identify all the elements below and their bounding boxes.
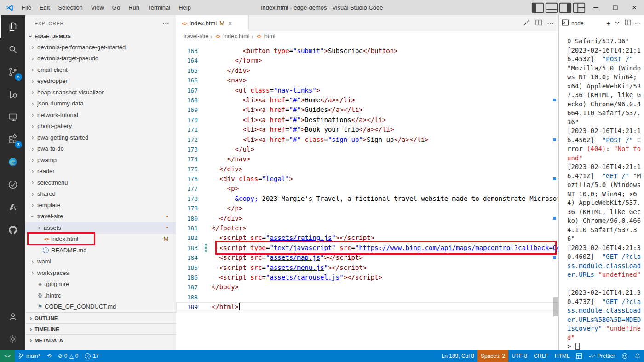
folder-item-workspaces[interactable]: ›workspaces [25, 267, 176, 279]
code-line-183[interactable]: 183 <script type="text/javascript" src="… [176, 243, 558, 253]
terminal-output[interactable]: 0 Safari/537.36"[2023-02-16T14:21:16.453… [559, 31, 644, 351]
menu-run[interactable]: Run [124, 4, 144, 11]
breadcrumb-travel-site[interactable]: travel-site [184, 33, 208, 40]
split-terminal-icon[interactable] [624, 19, 632, 28]
cursor-position-item[interactable]: Ln 189, Col 8 [438, 350, 477, 362]
folder-item-reader[interactable]: ›reader [25, 166, 176, 177]
menu-edit[interactable]: Edit [35, 4, 54, 11]
file-item--hintrc[interactable]: {}.hintrc [25, 290, 176, 301]
remote-explorer-icon[interactable] [0, 105, 25, 128]
github-icon[interactable] [0, 218, 25, 241]
menu-view[interactable]: View [87, 4, 108, 11]
folder-item-devtools-target-pseudo[interactable]: ›devtools-target-pseudo [25, 53, 176, 64]
menu-help[interactable]: Help [174, 4, 195, 11]
open-changes-icon[interactable] [523, 19, 530, 28]
toggle-sidebar-icon[interactable] [531, 0, 545, 15]
git-branch-item[interactable]: main* [15, 350, 44, 362]
split-editor-icon[interactable] [535, 19, 542, 28]
folder-item-wami[interactable]: ›wami [25, 256, 176, 268]
workspace-section-header[interactable]: › EDGE-DEMOS [25, 31, 176, 41]
code-line-186[interactable]: 186 <script src="assets/carousel.js"></s… [176, 273, 558, 282]
search-icon[interactable] [0, 38, 25, 60]
encoding-item[interactable]: UTF-8 [508, 350, 530, 362]
problems-item[interactable]: ⊘0 △0 [55, 350, 82, 362]
code-line-177[interactable]: 177 <p> [176, 184, 558, 193]
menu-go[interactable]: Go [108, 4, 124, 11]
editor-scrollbar[interactable] [553, 297, 558, 316]
section-outline[interactable]: ›OUTLINE [25, 312, 176, 323]
code-line-173[interactable]: 173 </ul> [176, 145, 558, 154]
code-line-170[interactable]: 170 <li><a href="#">Destinations</a></li… [176, 115, 558, 125]
tab-close-icon[interactable]: × [228, 20, 232, 27]
file-item-index-html[interactable]: <>index.htmlM [25, 234, 176, 245]
terminal-profile-chevron-icon[interactable] [614, 19, 621, 28]
file-item-readme-md[interactable]: iREADME.md [25, 245, 176, 256]
folder-item-shared[interactable]: ›shared [25, 188, 176, 200]
code-line-184[interactable]: 184 <script src="assets/map.js"></script… [176, 253, 558, 263]
remote-indicator[interactable]: >< [0, 350, 15, 362]
source-control-icon[interactable]: 6 [0, 60, 25, 83]
folder-item-photo-gallery[interactable]: ›photo-gallery [25, 121, 176, 132]
edge-tools-icon[interactable] [0, 151, 25, 173]
folder-item-eyedropper[interactable]: ›eyedropper [25, 76, 176, 87]
code-line-185[interactable]: 185 <script src="assets/menu.js"></scrip… [176, 263, 558, 273]
terminal-more-actions-icon[interactable]: ⋯ [635, 20, 641, 27]
code-line-167[interactable]: 167 <ul class="nav-links"> [176, 86, 558, 95]
menu-file[interactable]: File [17, 4, 35, 11]
code-line-187[interactable]: 187</body> [176, 282, 558, 292]
customize-layout-icon[interactable] [572, 0, 586, 15]
code-editor[interactable]: 163 <button type="submit">Subscribe</but… [176, 41, 558, 350]
azure-icon[interactable] [0, 196, 25, 218]
code-line-163[interactable]: 163 <button type="submit">Subscribe</but… [176, 46, 558, 56]
folder-item-json-dummy-data[interactable]: ›json-dummy-data [25, 98, 176, 110]
accounts-icon[interactable] [0, 305, 25, 327]
status-spaces[interactable]: Spaces: 2 [477, 350, 508, 362]
code-line-176[interactable]: 176 <div class="legal"> [176, 174, 558, 184]
folder-item-email-client[interactable]: ›email-client [25, 64, 176, 76]
file-item-code-of-conduct-md[interactable]: ⚑CODE_OF_CONDUCT.md [25, 301, 176, 313]
code-line-174[interactable]: 174 </nav> [176, 154, 558, 164]
code-line-182[interactable]: 182 <script src="assets/rating.js"></scr… [176, 233, 558, 243]
toggle-panel-icon[interactable] [545, 0, 558, 15]
terminal-process-label[interactable]: node [571, 20, 584, 27]
check-circle-icon[interactable] [0, 173, 25, 196]
menu-terminal[interactable]: Terminal [144, 4, 174, 11]
terminal-icon[interactable] [562, 19, 569, 28]
new-terminal-icon[interactable]: + [606, 19, 610, 27]
section-timeline[interactable]: ›TIMELINE [25, 323, 176, 334]
section-metadata[interactable]: ›METADATA [25, 334, 176, 345]
toggle-secondary-sidebar-icon[interactable] [558, 0, 572, 15]
file-item--gitignore[interactable]: ◆.gitignore [25, 279, 176, 290]
minimize-icon[interactable] [586, 0, 605, 15]
code-line-181[interactable]: 181</footer> [176, 223, 558, 233]
menu-selection[interactable]: Selection [54, 4, 86, 11]
code-line-169[interactable]: 169 <li><a href="#">Guides</a></li> [176, 105, 558, 115]
notifications-bell-icon[interactable] [631, 350, 644, 362]
explorer-icon[interactable] [0, 15, 25, 38]
formatter-item[interactable]: Prettier [586, 350, 618, 362]
code-line-175[interactable]: 175 </div> [176, 164, 558, 174]
folder-item-pwa-getting-started[interactable]: ›pwa-getting-started [25, 132, 176, 143]
tab-index-html[interactable]: <> index.html M × [176, 15, 249, 31]
editor-more-actions-icon[interactable]: ⋯ [547, 19, 554, 28]
code-line-179[interactable]: 179 </p> [176, 204, 558, 213]
folder-item-pwa-to-do[interactable]: ›pwa-to-do [25, 143, 176, 155]
code-line-189[interactable]: 189</html> [176, 302, 558, 312]
language-mode-item[interactable]: HTML [552, 350, 573, 362]
eol-item[interactable]: CRLF [530, 350, 551, 362]
breadcrumb-index-html[interactable]: index.html [224, 33, 250, 40]
folder-item-network-tutorial[interactable]: ›network-tutorial [25, 109, 176, 121]
code-line-171[interactable]: 171 <li><a href="#">Book your trip</a></… [176, 125, 558, 134]
folder-item-pwamp[interactable]: ›pwamp [25, 154, 176, 166]
feedback-icon[interactable] [618, 350, 631, 362]
folder-item-selectmenu[interactable]: ›selectmenu [25, 177, 176, 188]
explorer-more-actions-icon[interactable]: ⋯ [162, 19, 170, 28]
breadcrumb-html[interactable]: html [264, 33, 276, 40]
extensions-icon[interactable]: 3 [0, 128, 25, 151]
folder-item-assets[interactable]: ›assets● [25, 222, 176, 234]
hints-item[interactable]: i17 [81, 350, 102, 362]
maximize-icon[interactable] [605, 0, 625, 15]
code-line-168[interactable]: 168 <li><a href="#">Home</a></li> [176, 95, 558, 105]
folder-item-devtools-performance-get-started[interactable]: ›devtools-performance-get-started [25, 41, 176, 53]
folder-item-heap-snapshot-visualizer[interactable]: ›heap-snapshot-visualizer [25, 87, 176, 98]
